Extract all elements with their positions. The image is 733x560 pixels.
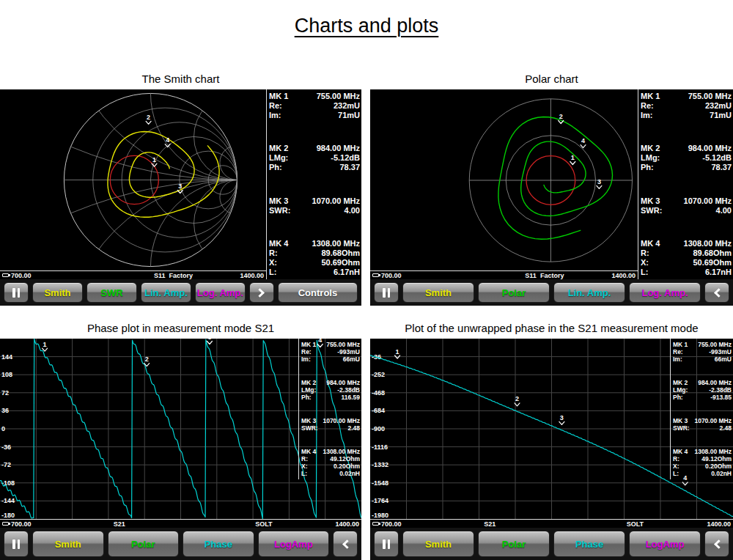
sweep-stop-label: 1400.00: [335, 520, 359, 528]
marker-number: 2: [559, 113, 563, 120]
status-bar: 700.00S11Factory1400.00: [370, 270, 638, 279]
pause-button[interactable]: [374, 531, 399, 557]
sweep-start-label: 700.00: [11, 271, 32, 279]
marker-number: 4: [581, 137, 585, 144]
button-phase[interactable]: Phase: [183, 531, 254, 557]
readout-label: L:: [673, 470, 679, 477]
button-phase[interactable]: Phase: [553, 531, 625, 557]
readout-label: R:: [301, 455, 308, 463]
readout-value: 66mU: [715, 355, 732, 363]
button-lin-amp-[interactable]: Lin. Amp.: [553, 282, 625, 303]
button-polar[interactable]: Polar: [478, 531, 550, 557]
marker-frequency: 984.00 MHz: [326, 379, 360, 386]
readout-label: Re:: [269, 101, 282, 111]
pause-button[interactable]: [4, 531, 29, 557]
button-logamp[interactable]: LogAmp: [258, 531, 330, 557]
button-bar: SmithPolarPhaseLogAmp: [0, 528, 361, 560]
readout-value: -913.85: [710, 394, 732, 401]
button-swr[interactable]: SWR: [86, 282, 137, 303]
button-smith[interactable]: Smith: [32, 531, 104, 557]
readout-label: R:: [673, 455, 679, 463]
y-axis-tick-label: 72: [1, 389, 9, 397]
marker-frequency: 755.00 MHz: [317, 92, 360, 101]
sweep-start-label: 700.00: [381, 520, 402, 528]
sweep-stop-label: 1400.00: [611, 271, 636, 279]
chevron-right-icon: [256, 288, 265, 298]
button-log-amp-[interactable]: Log. Amp.: [629, 282, 701, 303]
pause-icon: [383, 288, 390, 298]
more-menu-button[interactable]: [249, 282, 274, 303]
marker-number: 3: [207, 339, 211, 341]
sweep-stop-label: 1400.00: [240, 271, 264, 279]
readout-label: SWR:: [673, 424, 690, 432]
status-bar: 700.00S21SOLT1400.00: [370, 519, 733, 528]
marker-frequency: 1070.00 MHz: [323, 417, 360, 424]
pause-button[interactable]: [374, 282, 399, 303]
caption-unwrapped-phase: Plot of the unwrapped phase in the S21 m…: [370, 322, 733, 334]
y-axis-tick-label: 108: [1, 371, 12, 378]
caption-polar: Polar chart: [370, 73, 733, 85]
readout-label: X:: [641, 258, 649, 268]
marker-label: MK 3: [641, 196, 660, 206]
readout-value: 78.37: [339, 163, 360, 172]
battery-icon: [372, 273, 379, 277]
button-polar[interactable]: Polar: [108, 531, 180, 557]
readout-value: -993mU: [337, 348, 360, 355]
marker-frequency: 1308.00 MHz: [312, 239, 360, 248]
button-smith[interactable]: Smith: [402, 282, 474, 303]
chart-area-smith[interactable]: 1234: [0, 89, 266, 270]
back-menu-button[interactable]: [333, 531, 358, 557]
button-polar[interactable]: Polar: [478, 282, 550, 303]
marker-number: 2: [145, 355, 149, 363]
button-smith[interactable]: Smith: [402, 531, 474, 557]
back-menu-button[interactable]: [704, 282, 729, 303]
pause-icon: [12, 539, 20, 549]
caption-smith: The Smith chart: [0, 73, 361, 85]
pause-button[interactable]: [4, 282, 29, 303]
button-log-amp-[interactable]: Log. Amp.: [195, 282, 246, 303]
status-bar: 700.00S11Factory1400.00: [0, 270, 266, 279]
readout-value: 232mU: [334, 101, 360, 111]
marker-label: MK 4: [269, 239, 288, 248]
button-controls[interactable]: Controls: [278, 282, 358, 303]
marker-frequency: 984.00 MHz: [698, 379, 732, 386]
marker-label: MK 2: [641, 144, 660, 153]
readout-label: Ph:: [301, 394, 312, 401]
marker-label: MK 1: [301, 341, 316, 348]
button-lin-amp-[interactable]: Lin. Amp.: [141, 282, 191, 303]
readout-label: Im:: [269, 111, 281, 120]
polar-grid: [469, 99, 632, 262]
readout-label: Im:: [641, 111, 653, 120]
marker-label: MK 2: [301, 379, 316, 386]
marker-label: MK 2: [269, 144, 288, 153]
readout-label: R:: [641, 248, 649, 258]
marker-chevron-icon: [559, 121, 564, 124]
button-logamp[interactable]: LogAmp: [629, 531, 701, 557]
back-menu-button[interactable]: [704, 531, 729, 557]
marker-number: 1: [43, 341, 47, 348]
button-smith[interactable]: Smith: [32, 282, 83, 303]
readout-label: L:: [269, 268, 276, 277]
marker-chevron-icon: [207, 342, 212, 345]
calibration-label: Factory: [540, 271, 564, 279]
chart-area-polar[interactable]: 1234: [370, 89, 638, 270]
figure-polar: Polar chart 1234MK 1755.00 MHzRe:232mUIm…: [370, 73, 733, 306]
sweep-start-group: 700.00: [2, 520, 32, 528]
chevron-left-icon: [714, 539, 723, 549]
readout-label: Re:: [673, 348, 683, 355]
readout-label: L:: [301, 470, 307, 477]
marker-frequency: 755.00 MHz: [698, 341, 732, 348]
readout-value: 2.48: [719, 424, 732, 432]
y-axis-tick-label: -468: [372, 389, 385, 397]
readout-value: 2.48: [347, 424, 360, 432]
marker-label: MK 4: [641, 239, 660, 248]
y-axis-tick-label: -1764: [372, 497, 388, 504]
readout-value: 66mU: [343, 355, 360, 363]
marker-frequency: 1308.00 MHz: [694, 448, 732, 455]
marker-label: MK 4: [673, 448, 688, 455]
y-axis-tick-label: -72: [1, 461, 11, 468]
figure-phase: Phase plot in measurement mode S21 14410…: [0, 322, 361, 560]
marker-readout-1: MK 1755.00 MHzRe:232mUIm:71mU: [641, 92, 732, 120]
marker-label: MK 1: [269, 92, 288, 101]
marker-readout-1: MK 1755.00 MHzRe:-993mUIm:66mU: [301, 341, 360, 363]
